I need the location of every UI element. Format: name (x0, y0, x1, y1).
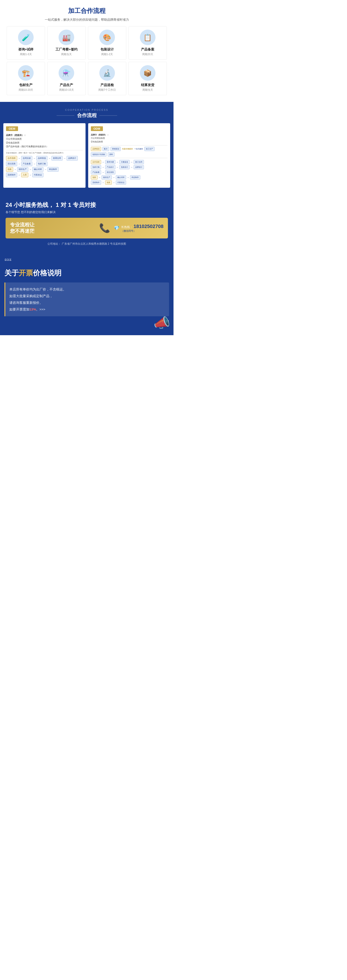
service-box: 专业流程让 您不再迷茫 📞 💎 长热线： 18102502708 （微信同号） (6, 218, 168, 239)
node-qingjie: 清洁清美 (6, 161, 17, 166)
odm-nodes-3: 产品备案 → 清洁清美 (91, 170, 168, 174)
odm-nodes-1: 合作流程 → 需求沟通 → 方案提送 → 签订合同 (91, 160, 168, 164)
oem-brand-item-1: ①公司营业执照 (6, 137, 83, 141)
process-period-0: 周期1-3天 (9, 52, 43, 56)
odm-chanpin-beian: 产品备案 (91, 170, 101, 174)
odm-fangan: 方案提送 (119, 160, 130, 164)
arrow2: → (33, 156, 35, 161)
odm-brand-item-2: ②化妆品执照 (91, 140, 168, 143)
diamond-icon: 💎 (114, 225, 119, 231)
node-baocai: 包材订购 (36, 161, 48, 166)
odm-yuanliao: 原料 (108, 152, 115, 157)
odm-hezuo: 合作流程 (91, 160, 101, 164)
node-zuzhi: 组织生产 (17, 167, 28, 172)
odm-lczz: 流程制作 (91, 180, 101, 185)
node-qianshu: 签署合同 (51, 156, 62, 161)
invoice-percent: 13% (29, 307, 36, 311)
node-chanpinbeian: 产品备案 (21, 161, 32, 166)
oem-nodes-4: 流程制作 → 入库 → 代客发运 (6, 173, 83, 177)
odm-arrow4: → (102, 165, 104, 169)
arrow4: → (64, 156, 66, 161)
quote-close: ”” (5, 320, 169, 328)
quote-open: ““ (5, 258, 169, 266)
cooperation-title: 合作流程 (77, 112, 97, 119)
oem-brand-info: 品牌方（您提供）： ①公司营业执照 ②化妆品执照 ③产品外包袋（我们可免费提供包… (6, 133, 83, 148)
process-icon-3: 📋 (140, 30, 155, 45)
title-part2: 价格说明 (33, 269, 61, 277)
cooperation-title-wrap: 合作流程 (3, 112, 170, 119)
node-queren: 确认对样 (32, 167, 43, 172)
odm-arrow12: → (113, 180, 115, 185)
node-hetong: 合同洽谈 (21, 156, 32, 161)
process-icon-7: 📦 (140, 65, 155, 81)
process-period-6: 周期7个工作日 (90, 88, 124, 92)
oem-brand-title: 品牌方（您提供）： (6, 133, 83, 137)
node-pinzhong: 品种筛选 (36, 156, 48, 161)
odm-qianding: 签订合同 (134, 160, 144, 164)
invoice-section: ““ 关于开票价格说明 本店所有单价均为出厂价，不含税运。 如需大批量采购或定制… (0, 251, 174, 335)
odm-card: ODM 品牌方（您提供）： ①公司营业执照 ②化妆品执照 品牌规划 配方 营销策… (88, 123, 170, 188)
flow-charts: OEM 品牌方（您提供）： ①公司营业执照 ②化妆品执照 ③产品外包袋（我们可免… (3, 123, 170, 188)
odm-top-nodes: 品牌规划 配方 营销策划 先蓝生物提供 一站式服务 加工生产 包装设计与采购 原… (91, 147, 168, 157)
odm-provide-label: 先蓝生物提供 (122, 148, 133, 150)
odm-arrow3: → (131, 160, 133, 164)
process-section: 加工合作流程 一站式服务，解决大部分的供应链问题，帮助品牌商省时省力 🧪 咨询+… (0, 0, 174, 102)
odm-yingxiao: 营销策划 (110, 147, 121, 151)
process-period-1: 周期当天 (49, 52, 83, 56)
odm-pinpai-sj: 品牌设计 (134, 165, 144, 169)
process-icon-2: 🎨 (99, 30, 115, 45)
process-icon-5: ⚗️ (59, 65, 74, 81)
odm-qj: 清洁清美 (105, 170, 115, 174)
arrow7: → (14, 167, 16, 172)
address-text: 广东省广州市白云区人和镇秀水塘西路 2 号戈蓝科技图 (62, 242, 126, 245)
odm-brand-title: 品牌方（您提供）： (91, 133, 168, 137)
title-line-left (57, 115, 74, 116)
node-pinpaisheji: 品牌设计 (67, 156, 78, 161)
odm-jiagong: 加工生产 (144, 147, 155, 151)
odm-arrow8: → (98, 175, 101, 180)
odm-arrow7: → (102, 170, 104, 174)
process-period-2: 周期1-2天 (90, 52, 124, 56)
service-subtitle: 各个细节您 想不到的都交给我们来解决 (6, 210, 168, 214)
arrow5: → (18, 161, 20, 166)
title-highlight: 开票 (19, 269, 33, 277)
node-liucheng: 流程制作 (6, 173, 17, 177)
cooperation-label-en: COOPERATION PROCESS (3, 108, 170, 111)
odm-arrow6: → (131, 165, 133, 169)
process-item-7: 📦 结算发货 周期当天 (128, 62, 167, 95)
odm-baocai-gou: 包材订购 (91, 165, 101, 169)
odm-arrow10: → (127, 175, 129, 180)
oem-provide: 艾蓝生物提供：原料一配方一加工生产等服务（普格将成品提供给品牌方） (6, 152, 83, 154)
node-baozhuang: 包装 (6, 167, 13, 172)
odm-baozhuang-sheji: 包装设计与采购 (91, 152, 106, 157)
title-line-right (99, 115, 117, 116)
odm-zzsc: 组织生产 (102, 175, 112, 180)
phone-icon: 📞 (99, 223, 110, 233)
node-ruku: 入库 (21, 173, 28, 177)
process-name-4: 包材生产 (9, 83, 43, 87)
odm-qrdy: 确认对样 (116, 175, 126, 180)
invoice-title: 关于开票价格说明 (5, 268, 169, 278)
process-name-5: 产品生产 (49, 83, 83, 87)
service-box-text: 专业流程让 您不再迷茫 (10, 222, 96, 234)
odm-nodes-5: 流程制作 → 包装 → 代客发运 (91, 180, 168, 185)
hotline-label: 长热线： 18102502708 (121, 224, 163, 229)
process-item-5: ⚗️ 产品生产 周期10-15天 (47, 62, 86, 95)
hotline-wrap: 💎 长热线： 18102502708 （微信同号） (114, 224, 163, 233)
arrow9: → (44, 167, 46, 172)
odm-nodes-4: 包装 → 组织生产 → 确认对样 → 样品制作 (91, 175, 168, 180)
node-daike: 代客发运 (32, 173, 43, 177)
address-label: 公司地址： (48, 242, 61, 245)
process-item-0: 🧪 咨询+试样 周期1-3天 (7, 26, 45, 60)
hotline-label-text: 长热线： (121, 225, 133, 229)
invoice-content: 本店所有单价均为出厂价，不含税运。 如需大批量采购或定制产品， 请咨询客服重新报… (5, 283, 169, 316)
process-name-6: 产品送检 (90, 83, 124, 87)
node-yangpin: 样品制作 (48, 167, 59, 172)
title-part1: 关于 (5, 269, 19, 277)
process-icon-4: 🏗️ (18, 65, 34, 81)
odm-bz2: 包装 (105, 180, 112, 185)
odm-arrow2: → (116, 160, 118, 164)
process-icon-1: 🏭 (59, 30, 74, 45)
process-period-4: 周期10-20天 (9, 88, 43, 92)
odm-arrow9: → (113, 175, 115, 180)
